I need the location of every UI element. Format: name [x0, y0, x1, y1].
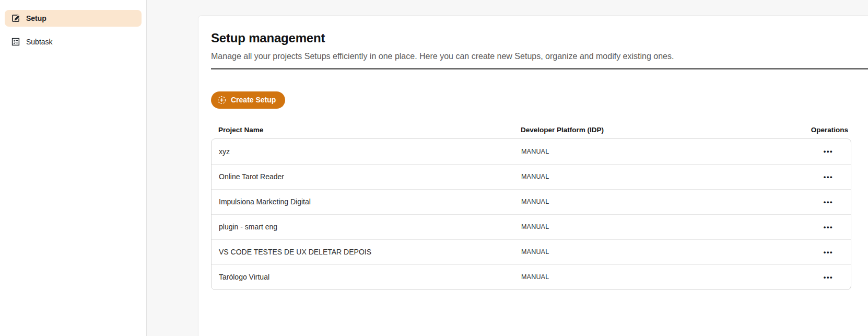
plus-dashed-circle-icon — [217, 96, 226, 105]
more-options-icon: ••• — [824, 147, 833, 155]
sidebar-item-subtask[interactable]: Subtask — [5, 33, 142, 50]
idp-cell: MANUAL — [521, 223, 788, 230]
create-setup-button-label: Create Setup — [231, 96, 276, 104]
project-name-cell: Online Tarot Reader — [212, 172, 521, 181]
project-name-cell: Tarólogo Virtual — [212, 273, 521, 281]
task-list-icon — [11, 37, 20, 47]
column-header-operations: Operations — [789, 126, 851, 134]
row-actions-button[interactable]: ••• — [822, 272, 851, 283]
project-name-cell: xyz — [212, 147, 521, 156]
row-actions-button[interactable]: ••• — [822, 171, 851, 182]
project-name-cell: Impulsiona Marketing Digital — [212, 198, 521, 206]
project-name-cell: plugin - smart eng — [212, 223, 521, 231]
setup-management-card: Setup management Manage all your project… — [198, 16, 868, 336]
idp-cell: MANUAL — [521, 198, 788, 205]
more-options-icon: ••• — [824, 223, 833, 231]
idp-cell: MANUAL — [521, 148, 788, 155]
table-row: Online Tarot Reader MANUAL ••• — [212, 164, 851, 189]
table-row: xyz MANUAL ••• — [212, 139, 851, 164]
sidebar-item-label: Setup — [26, 14, 46, 22]
more-options-icon: ••• — [824, 273, 833, 281]
header-divider — [211, 68, 868, 69]
edit-square-icon — [11, 14, 20, 23]
more-options-icon: ••• — [824, 173, 833, 181]
idp-cell: MANUAL — [521, 248, 788, 256]
table-row: Impulsiona Marketing Digital MANUAL ••• — [212, 189, 851, 214]
column-header-project-name: Project Name — [211, 126, 521, 134]
row-actions-button[interactable]: ••• — [822, 196, 851, 207]
column-header-idp: Developer Platform (IDP) — [521, 126, 789, 134]
project-name-cell: VS CODE TESTES DE UX DELETAR DEPOIS — [212, 248, 521, 256]
sidebar-item-label: Subtask — [26, 38, 53, 46]
table-row: Tarólogo Virtual MANUAL ••• — [212, 264, 851, 289]
idp-cell: MANUAL — [521, 273, 788, 281]
row-actions-button[interactable]: ••• — [822, 247, 851, 258]
table-body: xyz MANUAL ••• Online Tarot Reader MANUA… — [211, 138, 851, 290]
create-setup-button[interactable]: Create Setup — [211, 91, 285, 109]
row-actions-button[interactable]: ••• — [822, 222, 851, 233]
table-row: plugin - smart eng MANUAL ••• — [212, 214, 851, 239]
more-options-icon: ••• — [824, 248, 833, 256]
setups-table: Project Name Developer Platform (IDP) Op… — [211, 126, 851, 290]
page-title: Setup management — [211, 30, 868, 46]
table-header-row: Project Name Developer Platform (IDP) Op… — [211, 126, 851, 138]
row-actions-button[interactable]: ••• — [822, 146, 851, 157]
table-row: VS CODE TESTES DE UX DELETAR DEPOIS MANU… — [212, 239, 851, 264]
page-subtitle: Manage all your projects Setups efficien… — [211, 51, 868, 62]
sidebar-item-setup[interactable]: Setup — [5, 10, 142, 27]
more-options-icon: ••• — [824, 198, 833, 206]
idp-cell: MANUAL — [521, 173, 788, 180]
sidebar: Setup Subtask — [0, 0, 147, 336]
